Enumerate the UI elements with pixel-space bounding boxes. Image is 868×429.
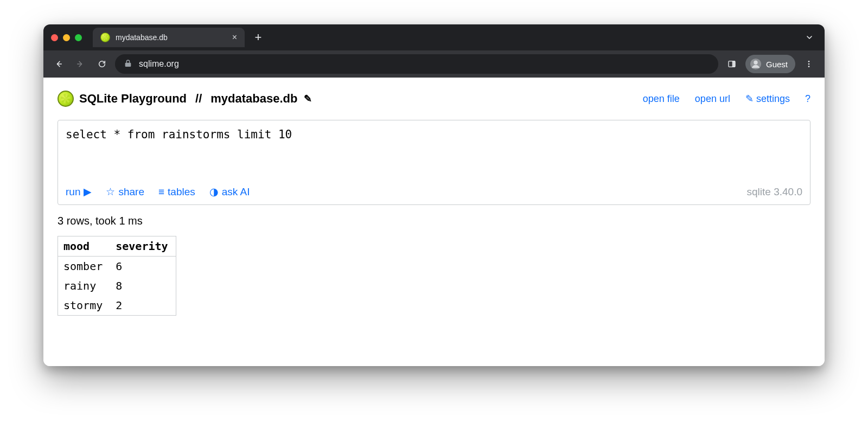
browser-menu-button[interactable] — [800, 55, 818, 73]
sql-input[interactable] — [58, 120, 810, 179]
sqlite-version: sqlite 3.40.0 — [747, 186, 802, 198]
table-header-row: moodseverity — [58, 236, 176, 257]
share-label: share — [118, 186, 144, 198]
table-cell: 2 — [110, 296, 176, 316]
window-minimize-button[interactable] — [63, 34, 70, 41]
tabs-dropdown-button[interactable] — [802, 30, 817, 45]
new-tab-button[interactable]: + — [250, 29, 266, 46]
sql-editor: run ▶ ☆ share ≡ tables ◑ ask AI sqlite 3… — [58, 120, 810, 205]
globe-icon: ◑ — [209, 185, 219, 198]
result-table: moodseverity somber6rainy8stormy2 — [58, 236, 176, 316]
browser-toolbar: sqlime.org Guest — [43, 50, 825, 78]
table-row: stormy2 — [58, 296, 176, 316]
column-header: mood — [58, 236, 111, 257]
link-icon: ✎ — [745, 93, 754, 104]
table-cell: stormy — [58, 296, 111, 316]
play-icon: ▶ — [84, 185, 92, 198]
lock-icon — [124, 59, 132, 69]
page-content: SQLite Playground // mydatabase.db ✎ ope… — [43, 78, 825, 366]
browser-window: mydatabase.db × + sqlime.org — [43, 24, 825, 366]
tab-strip: mydatabase.db × + — [43, 24, 825, 50]
run-label: run — [66, 186, 80, 198]
list-icon: ≡ — [158, 186, 164, 198]
share-button[interactable]: ☆ share — [106, 185, 144, 198]
table-row: rainy8 — [58, 276, 176, 296]
chevron-down-icon — [805, 33, 814, 42]
editor-toolbar: run ▶ ☆ share ≡ tables ◑ ask AI sqlite 3… — [58, 181, 810, 204]
avatar-icon — [750, 58, 762, 70]
url-text: sqlime.org — [139, 59, 179, 69]
settings-link[interactable]: ✎ settings — [745, 93, 790, 105]
table-cell: 8 — [110, 276, 176, 296]
tab-title: mydatabase.db — [116, 33, 227, 42]
header-links: open file open url ✎ settings ? — [643, 93, 810, 105]
run-button[interactable]: run ▶ — [66, 185, 92, 198]
svg-point-6 — [808, 66, 810, 67]
window-zoom-button[interactable] — [75, 34, 82, 41]
svg-rect-1 — [732, 61, 735, 67]
app-title: SQLite Playground — [79, 92, 187, 106]
db-name: mydatabase.db — [210, 92, 297, 106]
nav-forward-button[interactable] — [72, 55, 89, 73]
svg-point-4 — [808, 61, 810, 62]
lime-favicon-icon — [100, 33, 110, 42]
kebab-icon — [805, 60, 813, 68]
lime-logo-icon — [58, 91, 74, 107]
table-row: somber6 — [58, 257, 176, 277]
query-status: 3 rows, took 1 ms — [58, 215, 810, 227]
table-cell: 6 — [110, 257, 176, 277]
window-close-button[interactable] — [51, 34, 58, 41]
column-header: severity — [110, 236, 176, 257]
help-link[interactable]: ? — [805, 93, 810, 105]
reload-icon — [98, 60, 106, 68]
pencil-icon[interactable]: ✎ — [304, 93, 312, 105]
settings-label: settings — [756, 93, 790, 104]
arrow-left-icon — [54, 60, 63, 68]
profile-button[interactable]: Guest — [745, 55, 795, 73]
side-panel-button[interactable] — [723, 55, 741, 73]
nav-back-button[interactable] — [50, 55, 67, 73]
table-cell: rainy — [58, 276, 111, 296]
close-tab-icon[interactable]: × — [232, 33, 237, 42]
traffic-lights — [51, 34, 82, 41]
ask-ai-label: ask AI — [222, 186, 250, 198]
page-header: SQLite Playground // mydatabase.db ✎ ope… — [58, 91, 810, 107]
nav-reload-button[interactable] — [93, 55, 111, 73]
tables-button[interactable]: ≡ tables — [158, 186, 195, 198]
arrow-right-icon — [76, 60, 85, 68]
star-icon: ☆ — [106, 185, 115, 198]
svg-point-5 — [808, 63, 810, 65]
profile-label: Guest — [766, 60, 788, 69]
browser-tab[interactable]: mydatabase.db × — [93, 28, 245, 47]
svg-point-3 — [754, 61, 757, 65]
address-bar[interactable]: sqlime.org — [115, 54, 718, 74]
open-url-link[interactable]: open url — [695, 93, 730, 105]
tables-label: tables — [168, 186, 195, 198]
table-cell: somber — [58, 257, 111, 277]
panel-icon — [727, 60, 736, 68]
title-separator: // — [195, 92, 202, 106]
ask-ai-button[interactable]: ◑ ask AI — [209, 185, 250, 198]
open-file-link[interactable]: open file — [643, 93, 680, 105]
